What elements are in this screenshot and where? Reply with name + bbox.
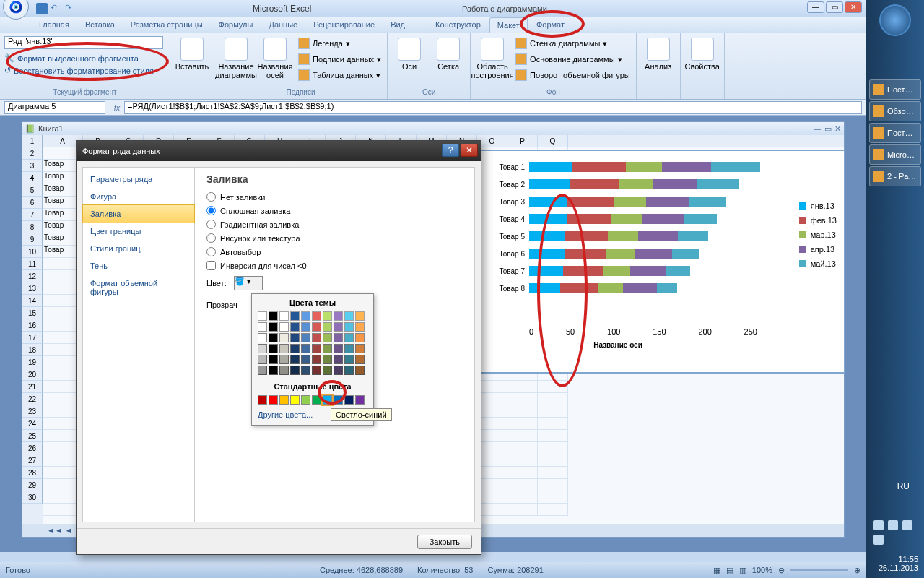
fill-radio[interactable] bbox=[206, 220, 216, 229]
chart-bar-row[interactable]: Товар 5 bbox=[529, 228, 837, 245]
dialog-nav-item[interactable]: Тень bbox=[83, 257, 194, 275]
chart-segment[interactable] bbox=[711, 162, 760, 172]
row-header[interactable]: 4 bbox=[22, 172, 43, 184]
column-header[interactable]: P bbox=[507, 135, 538, 147]
view-pagebreak-icon[interactable]: ▥ bbox=[739, 566, 746, 575]
chart-wall-button[interactable]: Стенка диаграммы ▾ bbox=[514, 36, 632, 51]
tab-data[interactable]: Данные bbox=[261, 17, 305, 33]
cell[interactable] bbox=[507, 430, 538, 442]
row-header[interactable]: 26 bbox=[22, 442, 43, 454]
zoom-out-button[interactable]: ⊖ bbox=[778, 566, 785, 575]
tab-home[interactable]: Главная bbox=[32, 17, 77, 33]
color-swatch[interactable] bbox=[279, 322, 289, 332]
cell[interactable] bbox=[477, 405, 507, 418]
chart-segment[interactable] bbox=[529, 231, 565, 241]
cell[interactable] bbox=[538, 442, 568, 454]
chart-bar-row[interactable]: Товар 1 bbox=[529, 158, 837, 176]
color-swatch[interactable] bbox=[279, 355, 289, 364]
color-swatch[interactable] bbox=[355, 333, 365, 342]
formula-input[interactable]: =РЯД(Лист1!$B$1;Лист1!$A$2:$A$9;Лист1!$B… bbox=[124, 101, 862, 114]
chart-segment[interactable] bbox=[653, 179, 697, 189]
chart-segment[interactable] bbox=[697, 179, 739, 189]
cell[interactable] bbox=[477, 491, 507, 504]
cell[interactable] bbox=[538, 418, 568, 430]
row-header[interactable]: 18 bbox=[22, 344, 43, 356]
color-swatch[interactable] bbox=[312, 311, 321, 321]
chart-segment[interactable] bbox=[672, 249, 699, 259]
color-swatch[interactable] bbox=[258, 355, 267, 364]
row-header[interactable]: 1 bbox=[22, 135, 43, 147]
fill-radio[interactable] bbox=[206, 247, 216, 256]
color-swatch[interactable] bbox=[290, 322, 300, 332]
row-header[interactable]: 3 bbox=[22, 160, 43, 172]
color-swatch[interactable] bbox=[355, 355, 365, 364]
dialog-nav-item[interactable]: Цвет границы bbox=[83, 223, 194, 240]
cell[interactable] bbox=[507, 504, 538, 516]
column-header[interactable]: Q bbox=[538, 135, 568, 147]
color-swatch[interactable] bbox=[334, 333, 343, 342]
dialog-close-btn[interactable]: Закрыть bbox=[417, 535, 472, 549]
chart-segment[interactable] bbox=[623, 283, 657, 293]
chart-segment[interactable] bbox=[567, 214, 611, 224]
tab-view[interactable]: Вид bbox=[383, 17, 412, 33]
dialog-nav-item[interactable]: Фигура bbox=[83, 188, 194, 205]
cell[interactable] bbox=[477, 454, 507, 467]
color-swatch[interactable] bbox=[269, 395, 278, 405]
tray-icon[interactable] bbox=[888, 520, 898, 530]
cell[interactable] bbox=[477, 393, 507, 405]
chart-segment[interactable] bbox=[572, 162, 626, 172]
chart-segment[interactable] bbox=[529, 162, 572, 172]
cell[interactable] bbox=[507, 393, 538, 405]
color-swatch[interactable] bbox=[312, 355, 321, 364]
color-swatch[interactable] bbox=[290, 344, 300, 353]
chart-segment[interactable] bbox=[642, 214, 684, 224]
chart-segment[interactable] bbox=[611, 214, 642, 224]
color-picker-button[interactable]: 🪣 ▾ bbox=[234, 276, 263, 290]
color-swatch[interactable] bbox=[269, 355, 278, 364]
color-swatch[interactable] bbox=[269, 344, 278, 353]
row-header[interactable]: 9 bbox=[22, 233, 43, 246]
color-swatch[interactable] bbox=[301, 395, 310, 405]
legend-button[interactable]: Легенда ▾ bbox=[297, 36, 383, 51]
start-button[interactable] bbox=[879, 4, 911, 36]
tab-page-layout[interactable]: Разметка страницы bbox=[123, 17, 210, 33]
tab-layout[interactable]: Макет bbox=[489, 17, 528, 33]
color-swatch[interactable] bbox=[279, 395, 289, 405]
fx-button[interactable]: fx bbox=[110, 103, 124, 112]
row-header[interactable]: 28 bbox=[22, 467, 43, 479]
chart-bar-row[interactable]: Товар 8 bbox=[529, 280, 837, 297]
dialog-nav-item[interactable]: Формат объемной фигуры bbox=[83, 275, 194, 301]
cell[interactable] bbox=[538, 430, 568, 442]
color-swatch[interactable] bbox=[312, 333, 321, 342]
gridlines-button[interactable]: Сетка bbox=[431, 36, 466, 72]
cell[interactable] bbox=[477, 504, 507, 516]
zoom-slider[interactable] bbox=[790, 569, 848, 571]
axis-titles-button[interactable]: Названия осей bbox=[258, 36, 292, 81]
dialog-help-button[interactable]: ? bbox=[442, 144, 459, 157]
close-button[interactable]: ✕ bbox=[845, 1, 862, 13]
cell[interactable] bbox=[538, 467, 568, 479]
color-swatch[interactable] bbox=[279, 344, 289, 353]
color-swatch[interactable] bbox=[290, 366, 300, 375]
chart-segment[interactable] bbox=[529, 197, 567, 207]
taskbar-item[interactable]: Обзо… bbox=[869, 101, 921, 121]
color-swatch[interactable] bbox=[301, 333, 310, 342]
wb-close[interactable]: ✕ bbox=[834, 124, 841, 134]
color-swatch[interactable] bbox=[355, 322, 365, 332]
cell[interactable] bbox=[477, 418, 507, 430]
row-header[interactable]: 16 bbox=[22, 319, 43, 332]
tab-insert[interactable]: Вставка bbox=[78, 17, 122, 33]
color-swatch[interactable] bbox=[258, 366, 267, 375]
color-swatch[interactable] bbox=[334, 322, 343, 332]
color-swatch[interactable] bbox=[344, 355, 354, 364]
cell[interactable] bbox=[477, 442, 507, 454]
cell[interactable] bbox=[477, 381, 507, 393]
invert-negative-checkbox[interactable] bbox=[206, 261, 216, 270]
legend-item[interactable]: апр.13 bbox=[799, 245, 837, 254]
color-swatch[interactable] bbox=[344, 311, 354, 321]
reset-style-button[interactable]: ↺Восстановить форматирование стиля bbox=[4, 64, 165, 77]
plot-area-button[interactable]: Область построения bbox=[475, 36, 510, 81]
chart-segment[interactable] bbox=[567, 197, 614, 207]
chart-bar-row[interactable]: Товар 2 bbox=[529, 176, 837, 193]
view-normal-icon[interactable]: ▦ bbox=[713, 566, 720, 575]
